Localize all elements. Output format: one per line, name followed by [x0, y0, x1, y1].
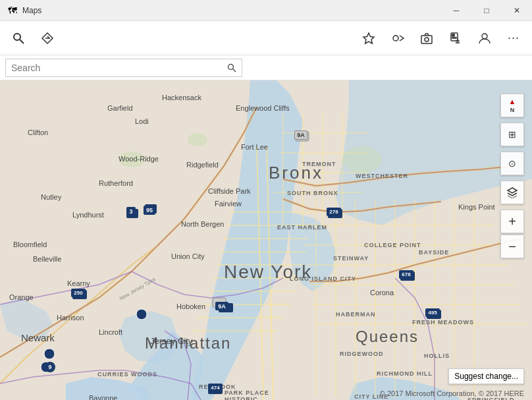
map-controls: ▲N ⊞ ⊙ + − [500, 94, 524, 258]
separator [500, 119, 524, 121]
svg-point-65 [342, 146, 382, 173]
grid-icon: ⊞ [508, 129, 516, 140]
favorites-button[interactable] [356, 25, 382, 51]
svg-point-49 [41, 362, 51, 372]
maximize-button[interactable]: □ [471, 0, 502, 21]
svg-line-1 [20, 40, 24, 43]
separator4 [500, 206, 524, 208]
svg-rect-5 [421, 36, 432, 43]
title-bar-left: 🗺 Maps [8, 5, 41, 16]
svg-rect-57 [400, 271, 415, 281]
svg-rect-58 [427, 310, 441, 319]
plus-icon: + [508, 214, 516, 229]
layers-icon [506, 186, 518, 198]
download-button[interactable] [442, 25, 469, 51]
app-toolbar: ··· [0, 21, 532, 55]
copyright-text: © 2017 Microsoft Corporation, © 2017 HER… [380, 389, 524, 397]
search-input[interactable] [6, 63, 222, 73]
app-icon: 🗺 [8, 5, 17, 16]
svg-point-4 [393, 36, 398, 41]
more-icon: ··· [508, 31, 519, 45]
svg-point-64 [188, 133, 207, 146]
more-button[interactable]: ··· [500, 25, 527, 51]
layers-button[interactable] [500, 181, 524, 204]
location-icon: ⊙ [508, 158, 516, 169]
search-input-wrapper [5, 59, 242, 77]
suggest-change-button[interactable]: Suggest change... [448, 368, 524, 384]
title-bar-title: Maps [22, 6, 41, 15]
svg-point-6 [425, 38, 429, 42]
title-bar-controls: ─ □ ✕ [441, 0, 532, 21]
separator2 [500, 148, 524, 150]
minimize-button[interactable]: ─ [441, 0, 471, 21]
zoom-in-button[interactable]: + [500, 210, 524, 233]
separator3 [500, 177, 524, 179]
svg-rect-60 [208, 385, 223, 394]
svg-rect-56 [328, 209, 342, 218]
search-toolbar-button[interactable] [5, 25, 32, 51]
svg-point-0 [14, 34, 20, 40]
svg-rect-61 [296, 132, 309, 141]
north-button[interactable]: ▲N [500, 94, 524, 117]
north-arrow-icon: ▲N [509, 98, 516, 113]
search-bar [0, 55, 532, 80]
camera-button[interactable] [413, 25, 440, 51]
svg-point-63 [119, 152, 145, 167]
close-button[interactable]: ✕ [502, 0, 532, 21]
search-submit-button[interactable] [222, 59, 242, 77]
toolbar-right: ··· [356, 25, 527, 51]
zoom-out-button[interactable]: − [500, 235, 524, 258]
svg-rect-8 [452, 34, 454, 36]
map-container[interactable]: Bronx New York Manhattan Queens Staten I… [0, 80, 532, 400]
svg-rect-53 [145, 204, 157, 214]
svg-rect-62 [213, 298, 226, 307]
svg-point-10 [482, 34, 487, 39]
minus-icon: − [508, 239, 516, 254]
directions-button[interactable] [34, 25, 61, 51]
aerial-view-button[interactable]: ⊞ [500, 123, 524, 146]
svg-point-11 [228, 64, 234, 69]
svg-rect-51 [72, 290, 87, 299]
svg-marker-3 [363, 33, 374, 43]
svg-line-12 [233, 69, 236, 72]
streetside-button[interactable] [385, 25, 411, 51]
my-location-button[interactable]: ⊙ [500, 152, 524, 175]
title-bar: 🗺 Maps ─ □ ✕ [0, 0, 532, 21]
svg-rect-54 [126, 209, 138, 218]
svg-point-52 [136, 309, 147, 320]
account-button[interactable] [471, 25, 498, 51]
svg-point-50 [44, 349, 55, 359]
svg-rect-9 [452, 38, 456, 38]
